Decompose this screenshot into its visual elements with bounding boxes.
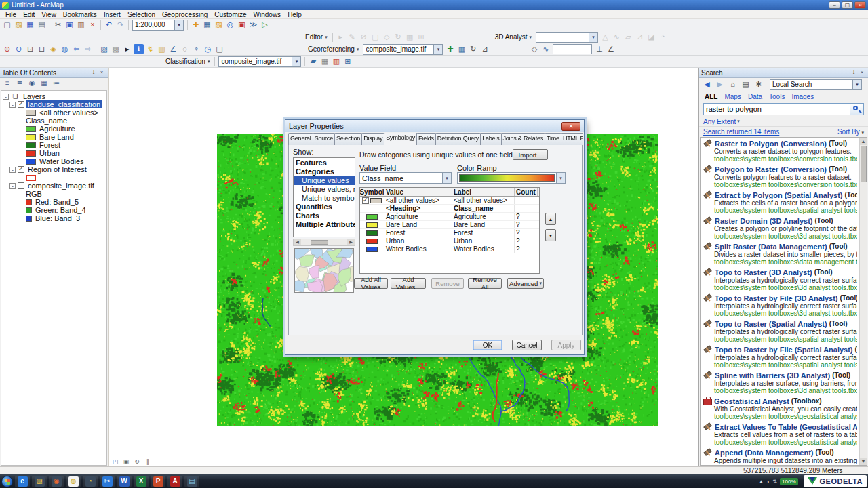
hscroll-right-icon[interactable]: ▶ — [347, 239, 355, 245]
ok-button[interactable]: OK — [473, 340, 502, 350]
search-result-item[interactable]: Raster Domain (3D Analyst)(Tool)Creates … — [703, 216, 857, 240]
show-item-features[interactable]: Features — [294, 159, 355, 167]
menu-file[interactable]: File — [2, 10, 20, 19]
result-title[interactable]: Topo to Raster by File (Spatial Analyst) — [715, 346, 853, 354]
start-button[interactable] — [1, 476, 13, 487]
steepest-path-icon[interactable]: ⊿ — [635, 32, 645, 42]
cut-polygons-icon[interactable]: ▢ — [370, 32, 380, 42]
remove-all-button[interactable]: Remove All — [468, 278, 502, 289]
copy-icon[interactable]: ▣ — [64, 20, 75, 30]
dialog-title-bar[interactable]: Layer Properties ✕ — [285, 120, 584, 132]
arctoolbox-icon[interactable]: ▣ — [237, 20, 247, 30]
scroll-down-icon[interactable]: ▼ — [860, 458, 867, 465]
search-home-icon[interactable]: ⌂ — [728, 79, 738, 89]
search-result-item[interactable]: Extract by Polygon (Spatial Analyst)(Too… — [703, 190, 857, 214]
tab-display[interactable]: Display — [361, 133, 384, 145]
search-back-icon[interactable]: ◀ — [702, 79, 712, 89]
open-folder-icon[interactable]: ▨ — [14, 20, 24, 30]
layer-expander-icon[interactable]: - — [9, 167, 16, 173]
layer-name[interactable]: Region of Interest — [26, 165, 88, 174]
rotate-tool-icon[interactable]: ↻ — [393, 32, 403, 42]
3d-analyst-layer-combo[interactable]: ▾ — [536, 32, 598, 43]
view-link-table-icon[interactable]: ▦ — [456, 44, 467, 54]
tab-source[interactable]: Source — [313, 133, 335, 145]
result-title[interactable]: Raster Domain (3D Analyst) — [715, 217, 812, 225]
symbology-table-row[interactable]: <all other values><all other values> — [360, 197, 539, 205]
classification-tools-icon[interactable]: ▥ — [331, 56, 341, 66]
excel-icon[interactable]: X — [134, 476, 149, 487]
sort-by-dropdown[interactable]: Sort By ▾ — [837, 128, 864, 136]
identify-icon[interactable]: ℹ — [134, 44, 144, 54]
result-title[interactable]: Spline with Barriers (3D Analyst) — [715, 371, 830, 380]
search-pin-icon[interactable]: ↧ — [850, 68, 858, 77]
select-features-icon[interactable]: ▧ — [99, 44, 109, 54]
attributes-window-icon[interactable]: ▦ — [405, 32, 415, 42]
results-scrollbar[interactable]: ▲ ▼ — [859, 138, 867, 465]
result-title[interactable]: Split Raster (Data Management) — [715, 243, 827, 251]
split-tool-icon[interactable]: ◇ — [382, 32, 392, 42]
interactive-classify-icon[interactable]: ⊞ — [342, 56, 353, 66]
sketch-properties-icon[interactable]: ⊞ — [416, 32, 427, 42]
minimize-button[interactable]: – — [829, 1, 840, 9]
search-result-item[interactable]: Geostatisical Analyst(Toolbox)With Geost… — [703, 396, 857, 420]
search-window-icon[interactable]: ◎ — [225, 20, 235, 30]
remove-button[interactable]: Remove — [431, 278, 464, 289]
constrain-perpendicular-icon[interactable]: ⊥ — [594, 44, 604, 54]
viewer-window-icon[interactable]: ▢ — [214, 44, 224, 54]
search-tab-images[interactable]: Images — [791, 93, 814, 100]
list-by-source-icon[interactable]: ≣ — [15, 79, 24, 88]
search-result-item[interactable]: Spline with Barriers (3D Analyst)(Tool)I… — [703, 371, 857, 394]
move-value-down-button[interactable]: ▼ — [545, 229, 556, 241]
search-result-item[interactable]: Topo to Raster by File (3D Analyst)(Tool… — [703, 293, 857, 317]
result-title[interactable]: Geostatisical Analyst — [714, 397, 789, 405]
symbology-table-row[interactable]: Water BodiesWater Bodies? — [360, 245, 539, 253]
show-item-unique-values-many[interactable]: Unique values, many — [294, 185, 355, 194]
menu-insert[interactable]: Insert — [100, 10, 124, 19]
search-result-item[interactable]: Extract Values To Table (Geostatistical … — [703, 422, 857, 446]
model-builder-icon[interactable]: ▷ — [260, 20, 270, 30]
dialog-close-button[interactable]: ✕ — [561, 122, 580, 131]
value-field-combo[interactable]: Class_name ▾ — [359, 172, 452, 184]
search-result-item[interactable]: Topo to Raster (3D Analyst)(Tool)Interpo… — [703, 268, 857, 291]
any-extent-link[interactable]: Any Extent — [703, 118, 736, 125]
all-other-values-checkbox[interactable] — [362, 197, 369, 204]
georeferencing-menu[interactable]: Georeferencing▾ — [305, 45, 361, 54]
list-by-visibility-icon[interactable]: ◉ — [27, 79, 37, 88]
layer-expander-icon[interactable]: - — [9, 183, 16, 189]
menu-help[interactable]: Help — [284, 10, 305, 19]
show-item-match-to-symbols-in-a[interactable]: Match to symbols in a — [294, 194, 355, 203]
tab-html-popup[interactable]: HTML Popup — [561, 133, 583, 145]
interpolate-line-icon[interactable]: ∿ — [612, 32, 622, 42]
tray-volume-icon[interactable]: ◖ — [767, 479, 770, 485]
close-button[interactable]: × — [854, 1, 866, 9]
new-document-icon[interactable]: ▢ — [2, 20, 12, 30]
arcmap-taskbar-icon[interactable]: ◍ — [66, 476, 81, 487]
hscroll-left-icon[interactable]: ◀ — [294, 239, 301, 245]
full-extent-icon[interactable]: ◍ — [60, 44, 70, 54]
save-icon[interactable]: ▦ — [25, 20, 35, 30]
zoom-in-icon[interactable]: ⊕ — [2, 44, 12, 54]
snipping-tool-icon[interactable]: ✂ — [100, 476, 115, 487]
cut-icon[interactable]: ✂ — [53, 20, 63, 30]
select-elements-icon[interactable]: ▸ — [122, 44, 132, 54]
list-by-drawing-order-icon[interactable]: ≡ — [3, 79, 12, 88]
apply-button[interactable]: Apply — [551, 340, 581, 350]
search-returned-link[interactable]: Search returned 14 items — [703, 128, 837, 136]
powerpoint-icon[interactable]: P — [151, 476, 165, 487]
catalog-window-icon[interactable]: ▨ — [214, 20, 224, 30]
search-result-item[interactable]: Topo to Raster by File (Spatial Analyst)… — [703, 345, 857, 369]
search-forward-icon[interactable]: ▶ — [715, 79, 725, 89]
layout-view-icon[interactable]: ▣ — [122, 458, 130, 466]
rotate-raster-icon[interactable]: ↻ — [468, 44, 478, 54]
tray-expand-icon[interactable]: ▲ — [759, 479, 764, 485]
symbology-table-row[interactable]: AgricultureAgriculture? — [360, 213, 539, 221]
map-scale-combo[interactable]: 1:200,000▾ — [132, 20, 184, 30]
profile-graph-icon[interactable]: ◪ — [646, 32, 656, 42]
tab-definition-query[interactable]: Definition Query — [435, 133, 481, 145]
3d-analyst-menu[interactable]: 3D Analyst▾ — [492, 33, 534, 41]
media-player-icon[interactable]: ◉ — [49, 476, 64, 487]
show-item-categories[interactable]: Categories — [294, 167, 355, 176]
search-result-item[interactable]: Topo to Raster (Spatial Analyst)(Tool)In… — [703, 319, 857, 343]
result-title[interactable]: Topo to Raster (3D Analyst) — [715, 268, 812, 277]
layers-expander-icon[interactable]: - — [3, 94, 9, 100]
